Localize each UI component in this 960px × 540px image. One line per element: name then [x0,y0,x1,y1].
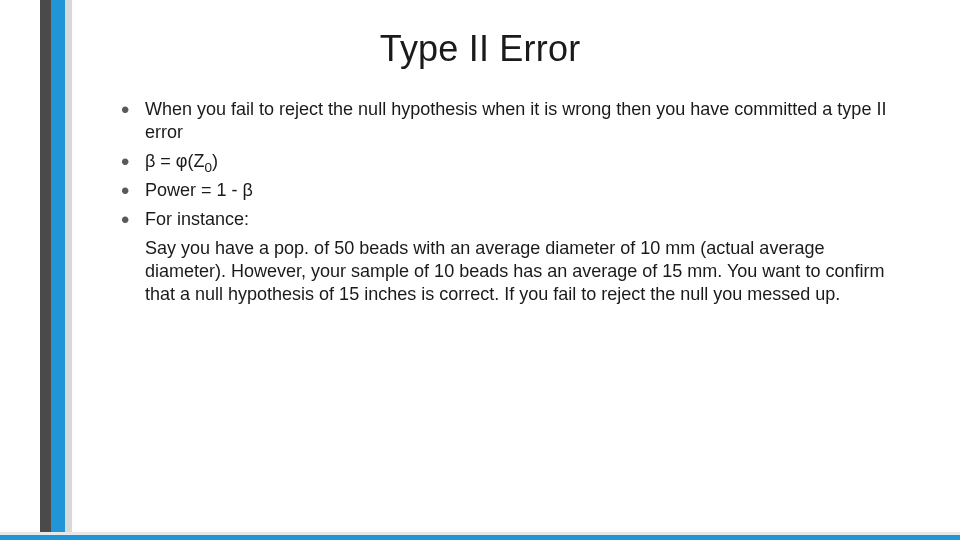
stripe-dark [40,0,51,540]
bullet-item-3: Power = 1 - β [115,179,905,202]
bullet-item-2: β = φ(Z0) [115,150,905,173]
bottom-accent-bar [0,532,960,540]
example-paragraph: Say you have a pop. of 50 beads with an … [145,237,905,306]
slide: Type II Error When you fail to reject th… [0,0,960,540]
slide-title: Type II Error [0,28,960,70]
bullet-item-4: For instance: [115,208,905,231]
bullet-list: When you fail to reject the null hypothe… [115,98,905,231]
bullet-2-pre: β = φ(Z [145,151,205,171]
stripe-blue [51,0,65,540]
bullet-2-sub: 0 [205,160,213,175]
bullet-item-1: When you fail to reject the null hypothe… [115,98,905,144]
stripe-lightgrey [65,0,72,540]
bottom-stripe-blue [0,535,960,540]
left-accent-bar [40,0,72,540]
bullet-2-post: ) [212,151,218,171]
slide-body: When you fail to reject the null hypothe… [115,98,905,306]
